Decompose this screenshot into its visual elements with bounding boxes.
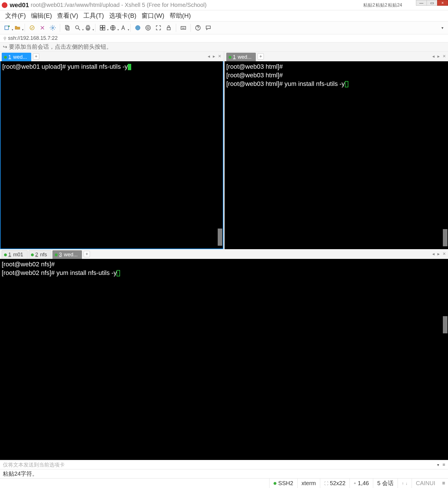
svg-point-2 <box>52 27 54 29</box>
status-dot-icon <box>31 253 34 256</box>
tab-close-icon[interactable]: × <box>218 53 221 59</box>
window-title-main: wed01 <box>10 1 29 9</box>
status-size: ⛶52x22 <box>320 479 350 488</box>
menu-tools[interactable]: 工具(T) <box>82 11 105 21</box>
terminal-right[interactable]: [root@web03 html]#[root@web03 html]#[roo… <box>225 61 448 249</box>
svg-rect-11 <box>100 28 102 30</box>
toolbar-sep <box>60 24 60 32</box>
tab-prev-icon[interactable]: ◂ <box>432 54 435 59</box>
tab-next-icon[interactable]: ▸ <box>437 54 440 59</box>
feedback-button[interactable] <box>204 23 213 32</box>
scrollbar[interactable] <box>443 316 447 333</box>
maximize-button[interactable]: ▭ <box>427 0 437 6</box>
upper-split: 1 wed... + ◂ ▸ × [root@web01 upload]# yu… <box>0 52 448 249</box>
lock-button[interactable] <box>164 23 173 32</box>
svg-rect-12 <box>103 28 105 30</box>
tab-next-icon[interactable]: ▸ <box>213 54 215 59</box>
window-buttons: — ▭ × <box>416 0 448 6</box>
tab-prev-icon[interactable]: ◂ <box>208 54 210 59</box>
tab-session[interactable]: 1 m01 <box>2 250 27 259</box>
properties-button[interactable] <box>48 23 57 32</box>
tab-prev-icon[interactable]: ◂ <box>432 251 435 257</box>
color-scheme-button[interactable] <box>133 23 142 32</box>
menu-bar: 文件(F) 编辑(E) 查看(V) 工具(T) 选项卡(B) 窗口(W) 帮助(… <box>0 10 448 21</box>
pane-lower-tabstrip: 1 m012 nfs3 wed...+ ◂ ▸ × <box>0 249 448 259</box>
svg-point-16 <box>147 27 149 29</box>
fullscreen-button[interactable] <box>154 23 163 32</box>
address-bar[interactable]: ⚲ ssh://192.168.15.7:22 <box>0 34 448 42</box>
status-message: 粘贴24字符。 <box>3 470 38 478</box>
disconnect-button[interactable] <box>38 23 47 32</box>
find-button[interactable]: ▾ <box>73 23 82 32</box>
led-icon <box>274 482 276 485</box>
status-term: xterm <box>297 479 320 488</box>
tab-session[interactable]: 3 wed... <box>52 250 82 259</box>
size-icon: ⛶ <box>324 481 328 486</box>
tab-session[interactable]: 2 nfs <box>29 250 51 259</box>
menu-edit[interactable]: 编辑(E) <box>30 11 53 21</box>
status-pos: ⌖1,46 <box>349 479 373 488</box>
terminal-left[interactable]: [root@web01 upload]# yum install nfs-uti… <box>0 61 223 249</box>
add-tab-button[interactable]: + <box>33 53 39 60</box>
terminal-lower[interactable]: [root@web02 nfs]#[root@web02 nfs]# yum i… <box>0 259 448 460</box>
menu-window[interactable]: 窗口(W) <box>140 11 165 21</box>
toolbar-sep <box>130 24 131 32</box>
pane-lower: 1 m012 nfs3 wed...+ ◂ ▸ × [root@web02 nf… <box>0 249 448 460</box>
tab-close-icon[interactable]: × <box>443 53 446 59</box>
status-menu-icon[interactable]: ≡ <box>442 480 445 486</box>
status-dot-icon <box>55 253 58 256</box>
status-bar-message: 粘贴24字符。 <box>0 469 448 478</box>
add-tab-button[interactable]: + <box>258 53 264 60</box>
minimize-button[interactable]: — <box>416 0 427 6</box>
menu-tabs[interactable]: 选项卡(B) <box>108 11 137 21</box>
pane-left: 1 wed... + ◂ ▸ × [root@web01 upload]# yu… <box>0 52 225 249</box>
tab-pane-right[interactable]: 1 wed... <box>226 53 256 61</box>
menu-file[interactable]: 文件(F) <box>4 11 27 21</box>
tab-next-icon[interactable]: ▸ <box>437 251 440 257</box>
send-text-bar[interactable]: 仅将文本发送到当前选项卡 ▾ ≡ <box>0 460 448 469</box>
status-sessions: 5 会话 <box>373 479 398 488</box>
pane-right-tabstrip: 1 wed... + ◂ ▸ × <box>225 52 448 61</box>
svg-rect-7 <box>87 25 89 27</box>
scrollbar[interactable] <box>443 229 447 246</box>
keyboard-button[interactable] <box>179 23 188 32</box>
svg-point-15 <box>146 25 151 30</box>
status-nav: ↑↓ <box>398 479 412 488</box>
highlight-button[interactable] <box>144 23 152 32</box>
svg-rect-17 <box>167 27 170 30</box>
layout-button[interactable]: ▾ <box>98 23 107 32</box>
status-user: CAINUI <box>412 479 439 488</box>
watermark-area: 粘贴2 粘贴2 粘贴24 <box>363 2 402 8</box>
encoding-button[interactable]: ▾ <box>109 23 117 32</box>
print-button[interactable]: ▾ <box>84 23 92 32</box>
svg-rect-18 <box>181 26 186 29</box>
new-session-button[interactable]: ▾ <box>3 23 11 32</box>
send-text-placeholder: 仅将文本发送到当前选项卡 <box>3 461 65 468</box>
pane-left-tabstrip: 1 wed... + ◂ ▸ × <box>0 52 223 61</box>
scrollbar[interactable] <box>218 229 222 246</box>
reconnect-button[interactable] <box>28 23 36 32</box>
send-menu-icon[interactable]: ≡ <box>443 462 445 467</box>
svg-rect-10 <box>103 25 105 27</box>
toolbar-overflow[interactable]: ▾ <box>440 25 445 30</box>
status-bar-info: SSH2 xterm ⛶52x22 ⌖1,46 5 会话 ↑↓ CAINUI ≡ <box>0 478 448 488</box>
open-folder-button[interactable]: ▾ <box>13 23 22 32</box>
app-icon <box>2 2 7 8</box>
send-mode-dropdown[interactable]: ▾ <box>437 463 439 467</box>
menu-help[interactable]: 帮助(H) <box>168 11 192 21</box>
svg-point-1 <box>30 26 34 30</box>
close-button[interactable]: × <box>437 0 448 6</box>
tab-pane-left[interactable]: 1 wed... <box>2 53 31 61</box>
hint-arrow-icon[interactable]: ↪ <box>3 44 7 50</box>
font-button[interactable]: ▾ <box>119 23 127 32</box>
status-dot-icon <box>229 56 231 59</box>
toolbar-sep <box>190 24 191 32</box>
address-text: ssh://192.168.15.7:22 <box>8 35 58 41</box>
toolbar: ▾ ▾ ▾ ▾ ▾ ▾ ▾ ▾ <box>0 21 448 34</box>
tab-label: 1 wed... <box>233 54 251 60</box>
tab-close-icon[interactable]: × <box>443 251 446 257</box>
menu-view[interactable]: 查看(V) <box>56 11 79 21</box>
copy-button[interactable] <box>63 23 72 32</box>
help-button[interactable] <box>194 23 202 32</box>
add-tab-button[interactable]: + <box>84 251 90 257</box>
